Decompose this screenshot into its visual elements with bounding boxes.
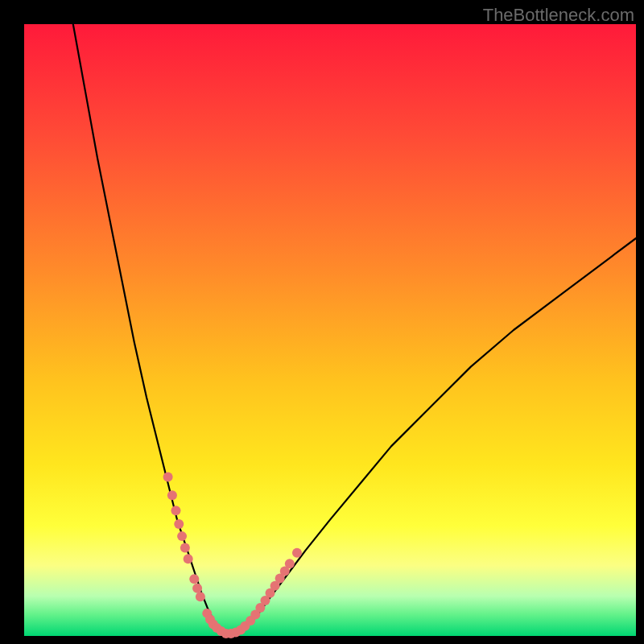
overlay-dot	[180, 543, 190, 553]
plot-background	[24, 24, 636, 636]
overlay-dot	[192, 584, 202, 593]
bottleneck-chart	[0, 0, 644, 644]
overlay-dot	[163, 472, 173, 481]
overlay-dot	[171, 506, 180, 515]
watermark-text: TheBottleneck.com	[483, 5, 634, 26]
overlay-dot	[285, 559, 295, 568]
chart-frame: TheBottleneck.com	[0, 0, 644, 644]
overlay-dot	[184, 554, 193, 564]
overlay-dot	[167, 490, 177, 500]
overlay-dot	[174, 519, 184, 529]
overlay-dot	[292, 548, 302, 558]
overlay-dot	[177, 531, 187, 541]
overlay-dot	[189, 574, 199, 584]
overlay-dot	[196, 592, 205, 601]
